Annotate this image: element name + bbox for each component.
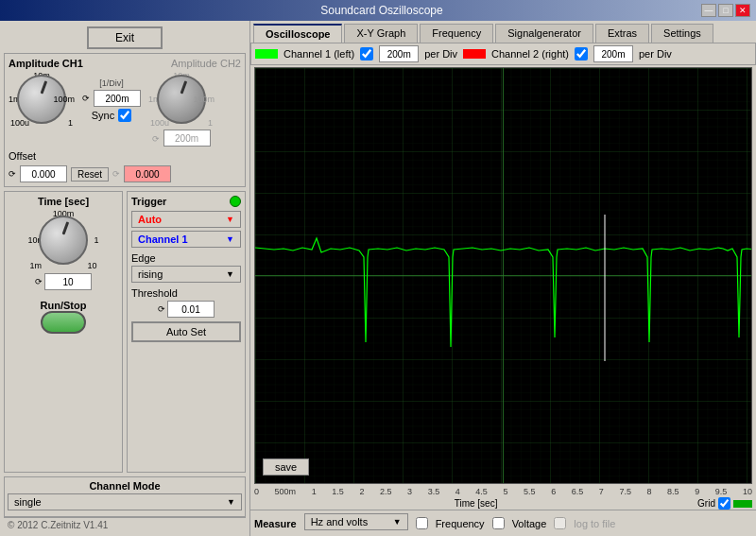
time-knob-right: 1	[94, 235, 98, 245]
ch1-knob-bot-left: 100u	[10, 118, 29, 128]
t95: 9.5	[715, 487, 728, 496]
ch2-knob-right: 100m	[193, 95, 215, 104]
ch2-knob-bot-left: 100u	[150, 118, 169, 128]
run-stop-button[interactable]	[41, 311, 86, 334]
tab-signalgenerator[interactable]: Signalgenerator	[495, 24, 593, 43]
t25: 2.5	[380, 487, 392, 496]
ch1-knob-bot-right: 1	[68, 118, 73, 128]
div-label: [1/Div]	[99, 78, 124, 88]
ch2-offset-icon: ⟳	[112, 169, 120, 179]
amplitude-section: Amplitude CH1 Amplitude CH2 10m 1m 100m …	[4, 53, 246, 187]
t3: 3	[407, 487, 412, 496]
ch1-per-div-label: per Div	[424, 48, 457, 60]
voltage-label: Voltage	[512, 518, 547, 529]
ch1-value-input[interactable]	[94, 90, 141, 107]
title-bar: Soundcard Oszilloscope — □ ✕	[0, 0, 756, 21]
time-icon: ⟳	[35, 277, 43, 286]
tab-xy-graph[interactable]: X-Y Graph	[344, 24, 418, 43]
threshold-input[interactable]	[167, 301, 215, 318]
time-axis: 0 500m 1 1.5 2 2.5 3 3.5 4 4.5 5 5.5 6 6…	[250, 486, 756, 497]
time-input[interactable]	[44, 273, 92, 290]
minimize-button[interactable]: —	[701, 4, 716, 17]
ch1-per-div-input[interactable]	[379, 45, 419, 62]
t55: 5.5	[524, 487, 536, 496]
time-knob[interactable]	[39, 216, 88, 265]
t85: 8.5	[667, 487, 679, 496]
save-button[interactable]: save	[263, 458, 309, 475]
scope-display: save	[254, 67, 752, 484]
ch2-checkbox[interactable]	[575, 47, 588, 61]
t8: 8	[647, 487, 652, 496]
ch1-indicator	[255, 49, 278, 59]
sync-checkbox[interactable]	[118, 109, 131, 122]
time-section: Time [sec] 100m 10m 1 1m 10 ⟳ Run/Stop	[4, 191, 123, 473]
frequency-checkbox[interactable]	[416, 517, 428, 529]
time-axis-label: Time [sec]	[254, 498, 697, 509]
ch2-value-input[interactable]	[163, 130, 211, 147]
ch2-label: Channel 2 (right)	[491, 48, 569, 60]
ch1-offset-input[interactable]	[20, 165, 67, 182]
window-title: Soundcard Oszilloscope	[62, 4, 701, 17]
grid-label: Grid	[697, 498, 715, 509]
amplitude-ch2-title: Amplitude CH2	[171, 58, 241, 69]
measure-label: Measure	[254, 518, 297, 529]
tab-settings[interactable]: Settings	[651, 24, 713, 43]
measure-row: Measure Hz and volts ▼ Frequency Voltage…	[250, 510, 756, 536]
right-panel: Oscilloscope X-Y Graph Frequency Signalg…	[250, 21, 756, 536]
sync-label: Sync	[92, 110, 114, 121]
t10: 10	[743, 487, 752, 496]
close-button[interactable]: ✕	[735, 4, 750, 17]
reset-button[interactable]: Reset	[71, 167, 109, 182]
time-label-row: Time [sec] Grid	[250, 497, 756, 510]
grid-checkbox[interactable]	[718, 497, 730, 510]
time-knob-bot-left: 1m	[30, 261, 43, 270]
threshold-icon: ⟳	[158, 304, 165, 314]
trigger-edge-dropdown[interactable]: rising ▼	[131, 266, 241, 283]
trigger-title: Trigger	[131, 196, 166, 207]
ch2-amplitude-knob-container: 10m 1m 100m 100u 1 ⟳	[148, 71, 215, 147]
t35: 3.5	[428, 487, 440, 496]
tab-frequency[interactable]: Frequency	[420, 24, 493, 43]
trigger-mode-dropdown[interactable]: Auto ▼	[131, 211, 241, 228]
t75: 7.5	[619, 487, 631, 496]
scope-svg	[255, 68, 751, 483]
t2: 2	[359, 487, 364, 496]
channel-mode-section: Channel Mode single ▼	[4, 476, 246, 517]
trigger-channel-dropdown[interactable]: Channel 1 ▼	[131, 231, 241, 248]
ch2-per-div-label: per Div	[639, 48, 672, 60]
run-stop-label: Run/Stop	[41, 300, 87, 311]
tab-extras[interactable]: Extras	[595, 24, 649, 43]
ch1-label: Channel 1 (left)	[284, 48, 354, 60]
ch2-indicator	[463, 49, 486, 59]
t5: 5	[503, 487, 507, 496]
trigger-led	[230, 196, 241, 207]
voltage-checkbox[interactable]	[492, 517, 505, 529]
t7: 7	[599, 487, 604, 496]
channel-mode-dropdown[interactable]: single ▼	[8, 493, 242, 510]
time-knob-bot-right: 10	[87, 261, 96, 270]
t45: 4.5	[475, 487, 488, 496]
tab-oscilloscope[interactable]: Oscilloscope	[253, 24, 342, 43]
measure-dropdown[interactable]: Hz and volts ▼	[304, 513, 408, 530]
channel-controls: Channel 1 (left) per Div Channel 2 (righ…	[250, 43, 756, 65]
ch1-amplitude-knob-container: 10m 1m 100m 100u 1	[9, 71, 75, 128]
channel-mode-label: Channel Mode	[89, 480, 160, 492]
grid-color-indicator	[733, 500, 752, 508]
t15: 1.5	[332, 487, 344, 496]
ch2-knob-bot-right: 1	[208, 118, 213, 128]
log-checkbox[interactable]	[554, 517, 566, 529]
ch2-per-div-input[interactable]	[593, 45, 633, 62]
exit-button[interactable]: Exit	[87, 26, 163, 49]
ch1-checkbox[interactable]	[360, 47, 373, 61]
t500m: 500m	[275, 487, 297, 496]
tabs-row: Oscilloscope X-Y Graph Frequency Signalg…	[250, 21, 756, 43]
edge-label: Edge	[131, 252, 156, 264]
auto-set-button[interactable]: Auto Set	[131, 321, 241, 342]
threshold-label: Threshold	[131, 287, 178, 299]
time-title: Time [sec]	[38, 196, 89, 207]
t6: 6	[551, 487, 556, 496]
ch2-offset-input[interactable]	[124, 165, 171, 182]
maximize-button[interactable]: □	[718, 4, 733, 17]
left-panel: Exit Amplitude CH1 Amplitude CH2 10m 1m …	[0, 21, 250, 536]
t65: 6.5	[572, 487, 584, 496]
